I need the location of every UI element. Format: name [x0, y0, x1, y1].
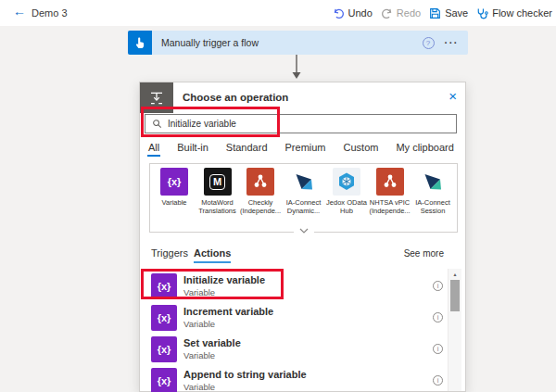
tab-custom[interactable]: Custom — [344, 142, 379, 153]
tab-all[interactable]: All — [148, 142, 159, 153]
connector-ia-connect-session[interactable]: IA-Connect Session — [411, 168, 454, 215]
people-molecule-icon — [376, 168, 404, 196]
action-subtitle: Variable — [183, 350, 215, 360]
connector-checkly[interactable]: Checkly (Independe... — [239, 168, 282, 215]
action-subtitle: Variable — [183, 382, 215, 392]
redo-icon — [381, 7, 393, 19]
flow-checker-label: Flow checker — [492, 7, 552, 19]
motaword-icon: M — [204, 168, 232, 196]
variable-icon: {x} — [160, 168, 188, 196]
action-subtitle: Variable — [183, 319, 215, 329]
tab-built-in[interactable]: Built-in — [177, 142, 208, 153]
trigger-card-controls: ? ··· — [423, 37, 460, 49]
info-icon[interactable]: i — [433, 312, 443, 322]
action-title: Set variable — [183, 337, 241, 348]
connector-variable[interactable]: {x} Variable — [153, 168, 196, 215]
tab-actions[interactable]: Actions — [194, 247, 231, 259]
dialog-title: Choose an operation — [183, 82, 288, 113]
scrollbar-thumb[interactable] — [450, 280, 460, 311]
info-icon[interactable]: i — [433, 344, 443, 354]
close-icon[interactable]: × — [449, 89, 457, 103]
action-row-append-to-string-variable[interactable]: {x} Append to string variable Variable i — [140, 366, 447, 392]
search-input[interactable] — [168, 119, 456, 129]
connector-ia-connect-dynamic[interactable]: IA-Connect Dynamic... — [283, 168, 325, 215]
connector-nhtsa-vpic[interactable]: NHTSA vPIC (Independe... — [369, 168, 411, 215]
connector-label: IA-Connect — [411, 198, 454, 207]
action-title: Initialize variable — [183, 274, 265, 285]
back-icon[interactable]: ← — [13, 4, 26, 19]
save-label: Save — [445, 7, 468, 19]
connector-jedox[interactable]: Jedox OData Hub — [325, 168, 368, 215]
category-tabs: All Built-in Standard Premium Custom My … — [148, 142, 454, 153]
tab-premium[interactable]: Premium — [285, 142, 326, 153]
connector-label: Checkly — [239, 198, 282, 207]
power-automate-designer: ← Demo 3 Undo Redo — [0, 0, 556, 392]
info-icon[interactable]: i — [433, 375, 443, 386]
help-icon[interactable]: ? — [423, 37, 435, 49]
ia-connect-icon — [290, 168, 318, 196]
connector-label: NHTSA vPIC — [369, 198, 411, 207]
tab-my-clipboard[interactable]: My clipboard — [396, 142, 453, 153]
save-button[interactable]: Save — [429, 7, 468, 19]
choose-operation-dialog: Choose an operation × All Built-in Stand… — [139, 82, 466, 392]
scrollbar-up-icon[interactable]: ▲ — [449, 269, 461, 280]
trigger-card-title: Manually trigger a flow — [161, 37, 423, 48]
redo-label: Redo — [397, 7, 421, 19]
search-icon — [152, 119, 162, 129]
undo-button[interactable]: Undo — [333, 7, 373, 19]
people-molecule-icon — [246, 168, 274, 196]
action-subtitle: Variable — [183, 287, 215, 297]
undo-label: Undo — [348, 7, 373, 19]
connector-label: Variable — [153, 198, 196, 207]
flow-connector-arrow — [290, 55, 303, 80]
top-bar: ← Demo 3 Undo Redo — [0, 0, 556, 26]
flow-checker-icon — [476, 7, 488, 19]
variable-icon: {x} — [151, 336, 177, 362]
action-row-increment-variable[interactable]: {x} Increment variable Variable i — [140, 303, 447, 333]
variable-icon: {x} — [151, 368, 177, 392]
action-row-set-variable[interactable]: {x} Set variable Variable i — [140, 335, 447, 364]
connector-strip: {x} Variable M MotaWord Translations — [149, 163, 458, 233]
chevron-down-icon[interactable] — [294, 226, 314, 234]
redo-button[interactable]: Redo — [381, 7, 421, 19]
action-title: Increment variable — [183, 306, 273, 317]
flow-title: Demo 3 — [32, 7, 68, 19]
operation-search-box — [145, 114, 457, 133]
hexagon-cube-icon — [333, 168, 360, 196]
tab-triggers[interactable]: Triggers — [151, 247, 188, 259]
connector-label: MotaWord — [196, 198, 239, 207]
see-more-link[interactable]: See more — [404, 248, 444, 259]
info-icon[interactable]: i — [433, 281, 443, 291]
variable-icon: {x} — [151, 305, 177, 331]
connector-label: Jedox OData — [325, 198, 368, 207]
connector-label: IA-Connect — [283, 198, 325, 207]
connector-motaword[interactable]: M MotaWord Translations — [196, 168, 239, 215]
tab-standard[interactable]: Standard — [226, 142, 268, 153]
manual-trigger-icon — [128, 31, 152, 55]
insert-step-icon — [148, 90, 165, 107]
trigger-card[interactable]: Manually trigger a flow ? ··· — [128, 31, 468, 55]
tap-hand-icon — [133, 35, 147, 50]
list-scrollbar[interactable]: ▲ — [448, 269, 461, 391]
variable-icon: {x} — [151, 273, 177, 299]
action-title: Append to string variable — [183, 369, 307, 380]
operation-dialog-icon — [140, 82, 173, 113]
ellipsis-menu-icon[interactable]: ··· — [445, 37, 460, 48]
toolbar-actions: Undo Redo Save — [333, 0, 552, 26]
save-icon — [429, 7, 441, 19]
undo-icon — [333, 7, 345, 19]
action-row-initialize-variable[interactable]: {x} Initialize variable Variable i — [140, 272, 447, 301]
ia-connect-icon — [419, 168, 447, 196]
flow-checker-button[interactable]: Flow checker — [476, 7, 552, 19]
